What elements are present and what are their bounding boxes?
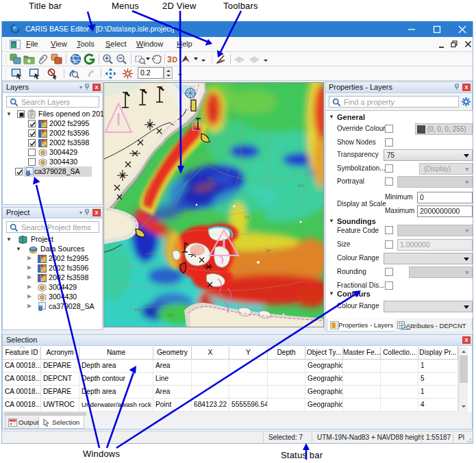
svg-text:153: 153 [134,308,142,312]
svg-text:28: 28 [266,249,271,253]
svg-text:54: 54 [245,215,249,219]
svg-text:186: 186 [167,313,175,317]
svg-text:3: 3 [167,55,172,64]
svg-text:131: 131 [207,176,214,180]
svg-text:106: 106 [297,184,305,188]
svg-text:D: D [173,55,178,64]
